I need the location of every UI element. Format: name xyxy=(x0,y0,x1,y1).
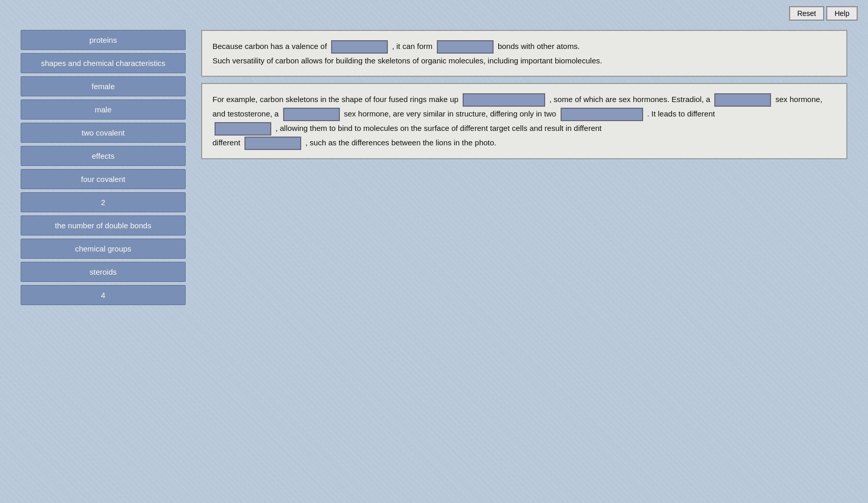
drop-zone-effects[interactable] xyxy=(215,122,271,136)
drop-zone-male[interactable] xyxy=(283,108,340,121)
left-panel: proteinsshapes and chemical characterist… xyxy=(21,30,186,305)
drag-item-double-bonds[interactable]: the number of double bonds xyxy=(21,215,186,236)
drop-zone-steroids[interactable] xyxy=(463,93,545,107)
passage1-text-line2: Such versatility of carbon allows for bu… xyxy=(212,56,602,65)
passage-box-2: For example, carbon skeletons in the sha… xyxy=(201,83,847,159)
drag-item-female[interactable]: female xyxy=(21,76,186,96)
top-bar: Reset Help xyxy=(0,0,868,25)
passage2-text2: , some of which are sex hormones. Estrad… xyxy=(549,95,710,104)
passage2-text6: , allowing them to bind to molecules on … xyxy=(275,124,601,132)
passage-box-1: Because carbon has a valence of , it can… xyxy=(201,30,847,77)
drag-item-two-covalent[interactable]: two covalent xyxy=(21,123,186,143)
passage1-text-between-drops: , it can form xyxy=(392,42,432,51)
drag-item-2[interactable]: 2 xyxy=(21,192,186,212)
reset-button[interactable]: Reset xyxy=(789,6,825,21)
passage2-text7: , such as the differences between the li… xyxy=(305,138,496,147)
drop-zone-valence[interactable] xyxy=(331,40,388,54)
drag-item-shapes-chemical[interactable]: shapes and chemical characteristics xyxy=(21,53,186,73)
passage2-text1: For example, carbon skeletons in the sha… xyxy=(212,95,458,104)
drag-item-chemical-groups[interactable]: chemical groups xyxy=(21,239,186,259)
drop-zone-shapes[interactable] xyxy=(244,137,301,150)
passage1-text-before-drop1: Because carbon has a valence of xyxy=(212,42,327,51)
passage2-text5: . It leads to different xyxy=(647,109,715,118)
passage2-text4: sex hormone, are very similar in structu… xyxy=(344,109,556,118)
drop-zone-diff-bonds[interactable] xyxy=(561,108,643,121)
drag-item-4[interactable]: 4 xyxy=(21,285,186,305)
passage1-text-after-drop2: bonds with other atoms. xyxy=(498,42,580,51)
drag-item-proteins[interactable]: proteins xyxy=(21,30,186,50)
drop-zone-female[interactable] xyxy=(714,93,771,107)
drag-item-four-covalent[interactable]: four covalent xyxy=(21,169,186,189)
drag-item-male[interactable]: male xyxy=(21,99,186,120)
drag-item-effects[interactable]: effects xyxy=(21,146,186,166)
drag-item-steroids[interactable]: steroids xyxy=(21,262,186,282)
help-button[interactable]: Help xyxy=(826,6,858,21)
right-panel: Because carbon has a valence of , it can… xyxy=(201,30,847,305)
drop-zone-bonds-count[interactable] xyxy=(437,40,494,54)
main-content: proteinsshapes and chemical characterist… xyxy=(0,25,868,310)
